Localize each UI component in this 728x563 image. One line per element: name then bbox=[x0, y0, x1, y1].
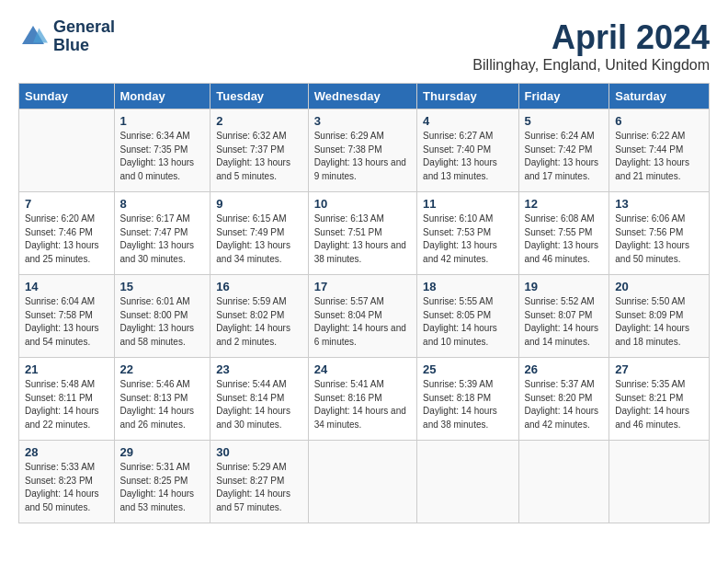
header-row: SundayMondayTuesdayWednesdayThursdayFrid… bbox=[19, 84, 710, 109]
day-number: 6 bbox=[615, 114, 703, 128]
day-info: Sunrise: 6:13 AMSunset: 7:51 PMDaylight:… bbox=[314, 213, 411, 266]
day-number: 29 bbox=[120, 445, 205, 459]
day-number: 27 bbox=[615, 362, 703, 376]
day-info: Sunrise: 5:50 AMSunset: 8:09 PMDaylight:… bbox=[615, 295, 703, 349]
day-info: Sunrise: 5:55 AMSunset: 8:05 PMDaylight:… bbox=[423, 295, 512, 349]
day-number: 24 bbox=[314, 362, 411, 376]
day-info: Sunrise: 5:29 AMSunset: 8:27 PMDaylight:… bbox=[216, 461, 301, 514]
day-number: 18 bbox=[423, 280, 512, 293]
calendar-cell: 24Sunrise: 5:41 AMSunset: 8:16 PMDayligh… bbox=[308, 358, 416, 441]
calendar-cell: 1Sunrise: 6:34 AMSunset: 7:35 PMDaylight… bbox=[114, 109, 210, 192]
calendar-cell bbox=[518, 441, 609, 523]
calendar-cell: 6Sunrise: 6:22 AMSunset: 7:44 PMDaylight… bbox=[609, 109, 710, 192]
day-number: 25 bbox=[423, 362, 512, 376]
logo: General Blue bbox=[18, 18, 115, 55]
calendar-cell: 16Sunrise: 5:59 AMSunset: 8:02 PMDayligh… bbox=[210, 275, 308, 358]
day-number: 2 bbox=[216, 114, 301, 128]
day-info: Sunrise: 5:52 AMSunset: 8:07 PMDaylight:… bbox=[525, 295, 604, 349]
calendar-cell: 17Sunrise: 5:57 AMSunset: 8:04 PMDayligh… bbox=[308, 275, 416, 358]
day-info: Sunrise: 6:32 AMSunset: 7:37 PMDaylight:… bbox=[216, 130, 301, 183]
day-info: Sunrise: 5:35 AMSunset: 8:21 PMDaylight:… bbox=[615, 378, 703, 431]
weekday-header: Tuesday bbox=[210, 84, 308, 109]
day-info: Sunrise: 6:17 AMSunset: 7:47 PMDaylight:… bbox=[120, 213, 205, 266]
calendar-cell bbox=[308, 441, 416, 523]
day-number: 4 bbox=[423, 114, 512, 128]
day-info: Sunrise: 5:46 AMSunset: 8:13 PMDaylight:… bbox=[120, 378, 205, 431]
calendar-body: 1Sunrise: 6:34 AMSunset: 7:35 PMDaylight… bbox=[19, 109, 710, 523]
calendar-cell: 27Sunrise: 5:35 AMSunset: 8:21 PMDayligh… bbox=[609, 358, 710, 441]
calendar-cell bbox=[417, 441, 518, 523]
weekday-header: Friday bbox=[518, 84, 609, 109]
calendar-cell: 22Sunrise: 5:46 AMSunset: 8:13 PMDayligh… bbox=[114, 358, 210, 441]
day-info: Sunrise: 6:15 AMSunset: 7:49 PMDaylight:… bbox=[216, 213, 301, 266]
calendar-cell: 3Sunrise: 6:29 AMSunset: 7:38 PMDaylight… bbox=[308, 109, 416, 192]
calendar-cell: 18Sunrise: 5:55 AMSunset: 8:05 PMDayligh… bbox=[417, 275, 518, 358]
day-number: 19 bbox=[525, 280, 604, 293]
calendar-cell: 4Sunrise: 6:27 AMSunset: 7:40 PMDaylight… bbox=[417, 109, 518, 192]
location: Billinghay, England, United Kingdom bbox=[472, 57, 710, 74]
calendar-week-row: 1Sunrise: 6:34 AMSunset: 7:35 PMDaylight… bbox=[19, 109, 710, 192]
day-info: Sunrise: 6:34 AMSunset: 7:35 PMDaylight:… bbox=[120, 130, 205, 183]
day-info: Sunrise: 6:27 AMSunset: 7:40 PMDaylight:… bbox=[423, 130, 512, 183]
day-info: Sunrise: 5:57 AMSunset: 8:04 PMDaylight:… bbox=[314, 295, 411, 349]
calendar-week-row: 7Sunrise: 6:20 AMSunset: 7:46 PMDaylight… bbox=[19, 192, 710, 275]
weekday-header: Thursday bbox=[417, 84, 518, 109]
weekday-header: Wednesday bbox=[308, 84, 416, 109]
logo-text: General Blue bbox=[53, 18, 115, 55]
day-info: Sunrise: 6:24 AMSunset: 7:42 PMDaylight:… bbox=[525, 130, 604, 183]
day-number: 5 bbox=[525, 114, 604, 128]
calendar-cell: 14Sunrise: 6:04 AMSunset: 7:58 PMDayligh… bbox=[19, 275, 115, 358]
calendar-cell: 21Sunrise: 5:48 AMSunset: 8:11 PMDayligh… bbox=[19, 358, 115, 441]
day-info: Sunrise: 6:08 AMSunset: 7:55 PMDaylight:… bbox=[525, 213, 604, 266]
weekday-header: Monday bbox=[114, 84, 210, 109]
month-title: April 2024 bbox=[472, 18, 710, 57]
day-info: Sunrise: 5:31 AMSunset: 8:25 PMDaylight:… bbox=[120, 461, 205, 514]
day-number: 23 bbox=[216, 362, 301, 376]
calendar-cell: 7Sunrise: 6:20 AMSunset: 7:46 PMDaylight… bbox=[19, 192, 115, 275]
day-number: 13 bbox=[615, 197, 703, 211]
day-number: 7 bbox=[25, 197, 108, 211]
day-number: 21 bbox=[25, 362, 108, 376]
calendar-cell bbox=[19, 109, 115, 192]
logo-line1: General bbox=[53, 18, 115, 37]
day-number: 26 bbox=[525, 362, 604, 376]
calendar-cell: 8Sunrise: 6:17 AMSunset: 7:47 PMDaylight… bbox=[114, 192, 210, 275]
day-info: Sunrise: 5:37 AMSunset: 8:20 PMDaylight:… bbox=[525, 378, 604, 431]
day-number: 12 bbox=[525, 197, 604, 211]
day-info: Sunrise: 5:44 AMSunset: 8:14 PMDaylight:… bbox=[216, 378, 301, 431]
calendar-cell: 12Sunrise: 6:08 AMSunset: 7:55 PMDayligh… bbox=[518, 192, 609, 275]
page-header: General Blue April 2024 Billinghay, Engl… bbox=[18, 18, 710, 74]
day-info: Sunrise: 6:01 AMSunset: 8:00 PMDaylight:… bbox=[120, 295, 205, 349]
day-info: Sunrise: 5:59 AMSunset: 8:02 PMDaylight:… bbox=[216, 295, 301, 349]
calendar-cell: 5Sunrise: 6:24 AMSunset: 7:42 PMDaylight… bbox=[518, 109, 609, 192]
weekday-header: Saturday bbox=[609, 84, 710, 109]
day-number: 28 bbox=[25, 445, 108, 459]
calendar-cell: 11Sunrise: 6:10 AMSunset: 7:53 PMDayligh… bbox=[417, 192, 518, 275]
logo-icon bbox=[18, 22, 48, 52]
day-info: Sunrise: 5:33 AMSunset: 8:23 PMDaylight:… bbox=[25, 461, 108, 514]
calendar-cell: 25Sunrise: 5:39 AMSunset: 8:18 PMDayligh… bbox=[417, 358, 518, 441]
calendar-cell: 30Sunrise: 5:29 AMSunset: 8:27 PMDayligh… bbox=[210, 441, 308, 523]
weekday-header: Sunday bbox=[19, 84, 115, 109]
calendar-header: SundayMondayTuesdayWednesdayThursdayFrid… bbox=[19, 84, 710, 109]
day-number: 15 bbox=[120, 280, 205, 293]
day-info: Sunrise: 6:06 AMSunset: 7:56 PMDaylight:… bbox=[615, 213, 703, 266]
day-number: 14 bbox=[25, 280, 108, 293]
day-number: 22 bbox=[120, 362, 205, 376]
day-info: Sunrise: 6:22 AMSunset: 7:44 PMDaylight:… bbox=[615, 130, 703, 183]
calendar-cell bbox=[609, 441, 710, 523]
day-number: 30 bbox=[216, 445, 301, 459]
day-number: 9 bbox=[216, 197, 301, 211]
day-info: Sunrise: 5:48 AMSunset: 8:11 PMDaylight:… bbox=[25, 378, 108, 431]
day-info: Sunrise: 6:04 AMSunset: 7:58 PMDaylight:… bbox=[25, 295, 108, 349]
calendar-cell: 26Sunrise: 5:37 AMSunset: 8:20 PMDayligh… bbox=[518, 358, 609, 441]
day-info: Sunrise: 6:20 AMSunset: 7:46 PMDaylight:… bbox=[25, 213, 108, 266]
calendar-cell: 29Sunrise: 5:31 AMSunset: 8:25 PMDayligh… bbox=[114, 441, 210, 523]
day-number: 20 bbox=[615, 280, 703, 293]
day-info: Sunrise: 6:10 AMSunset: 7:53 PMDaylight:… bbox=[423, 213, 512, 266]
day-number: 3 bbox=[314, 114, 411, 128]
day-number: 11 bbox=[423, 197, 512, 211]
day-info: Sunrise: 6:29 AMSunset: 7:38 PMDaylight:… bbox=[314, 130, 411, 183]
title-block: April 2024 Billinghay, England, United K… bbox=[472, 18, 710, 74]
calendar-cell: 10Sunrise: 6:13 AMSunset: 7:51 PMDayligh… bbox=[308, 192, 416, 275]
